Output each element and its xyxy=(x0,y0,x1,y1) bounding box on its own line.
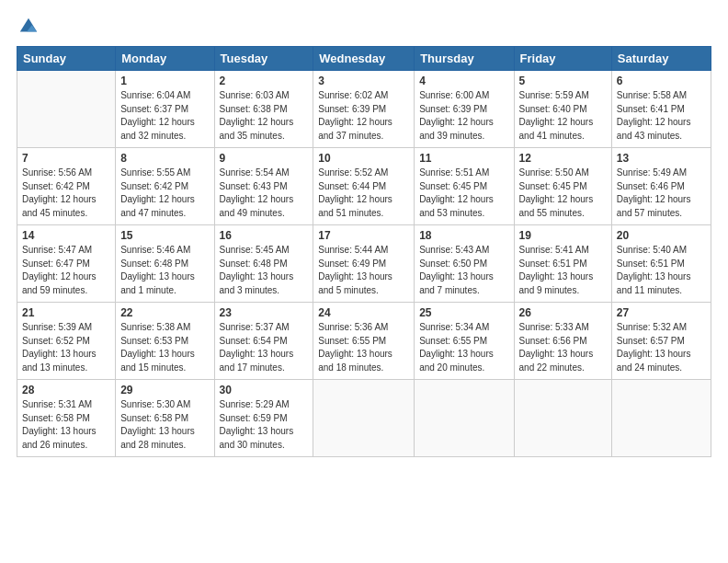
day-info: Sunrise: 5:50 AMSunset: 6:45 PMDaylight:… xyxy=(519,167,607,220)
day-cell-13: 13Sunrise: 5:49 AMSunset: 6:46 PMDayligh… xyxy=(611,148,711,225)
day-number: 3 xyxy=(318,75,409,87)
weekday-header-monday: Monday xyxy=(116,47,214,71)
day-number: 27 xyxy=(617,306,706,319)
day-number: 24 xyxy=(318,306,409,319)
day-cell-11: 11Sunrise: 5:51 AMSunset: 6:45 PMDayligh… xyxy=(415,148,514,225)
day-cell-19: 19Sunrise: 5:41 AMSunset: 6:51 PMDayligh… xyxy=(514,225,611,303)
page-header xyxy=(17,17,711,37)
day-cell-17: 17Sunrise: 5:44 AMSunset: 6:49 PMDayligh… xyxy=(313,225,415,303)
day-number: 18 xyxy=(419,229,508,242)
day-cell-3: 3Sunrise: 6:02 AMSunset: 6:39 PMDaylight… xyxy=(313,71,415,148)
day-number: 9 xyxy=(220,152,309,165)
day-number: 15 xyxy=(120,229,209,242)
day-info: Sunrise: 5:49 AMSunset: 6:46 PMDaylight:… xyxy=(617,167,706,220)
day-number: 12 xyxy=(519,152,607,165)
weekday-header-wednesday: Wednesday xyxy=(313,47,415,71)
day-cell-empty-5 xyxy=(514,380,611,457)
day-info: Sunrise: 5:33 AMSunset: 6:56 PMDaylight:… xyxy=(519,321,607,374)
day-number: 2 xyxy=(220,75,309,87)
weekday-header-saturday: Saturday xyxy=(611,47,711,71)
day-info: Sunrise: 5:45 AMSunset: 6:48 PMDaylight:… xyxy=(220,244,309,297)
weekday-header-thursday: Thursday xyxy=(415,47,514,71)
day-info: Sunrise: 5:34 AMSunset: 6:55 PMDaylight:… xyxy=(419,321,508,374)
day-number: 13 xyxy=(617,152,706,165)
day-number: 28 xyxy=(22,384,110,396)
day-cell-1: 1Sunrise: 6:04 AMSunset: 6:37 PMDaylight… xyxy=(116,71,214,148)
day-cell-29: 29Sunrise: 5:30 AMSunset: 6:58 PMDayligh… xyxy=(116,380,214,457)
day-info: Sunrise: 6:02 AMSunset: 6:39 PMDaylight:… xyxy=(318,89,409,143)
day-info: Sunrise: 5:41 AMSunset: 6:51 PMDaylight:… xyxy=(519,244,607,297)
day-info: Sunrise: 5:59 AMSunset: 6:40 PMDaylight:… xyxy=(519,89,607,143)
day-cell-6: 6Sunrise: 5:58 AMSunset: 6:41 PMDaylight… xyxy=(611,71,711,148)
day-number: 11 xyxy=(419,152,508,165)
day-number: 7 xyxy=(22,152,110,165)
day-number: 1 xyxy=(120,75,209,87)
day-cell-24: 24Sunrise: 5:36 AMSunset: 6:55 PMDayligh… xyxy=(313,303,415,380)
weekday-header-sunday: Sunday xyxy=(17,47,116,71)
day-info: Sunrise: 5:58 AMSunset: 6:41 PMDaylight:… xyxy=(617,89,706,143)
weekday-header-row: SundayMondayTuesdayWednesdayThursdayFrid… xyxy=(17,47,711,71)
day-info: Sunrise: 5:37 AMSunset: 6:54 PMDaylight:… xyxy=(220,321,309,374)
day-info: Sunrise: 5:39 AMSunset: 6:52 PMDaylight:… xyxy=(22,321,110,374)
day-cell-7: 7Sunrise: 5:56 AMSunset: 6:42 PMDaylight… xyxy=(17,148,116,225)
day-info: Sunrise: 6:00 AMSunset: 6:39 PMDaylight:… xyxy=(419,89,508,143)
day-cell-5: 5Sunrise: 5:59 AMSunset: 6:40 PMDaylight… xyxy=(514,71,611,148)
day-cell-28: 28Sunrise: 5:31 AMSunset: 6:58 PMDayligh… xyxy=(17,380,116,457)
day-info: Sunrise: 5:31 AMSunset: 6:58 PMDaylight:… xyxy=(22,398,110,452)
calendar-table: SundayMondayTuesdayWednesdayThursdayFrid… xyxy=(17,46,711,457)
day-number: 20 xyxy=(617,229,706,242)
week-row-4: 21Sunrise: 5:39 AMSunset: 6:52 PMDayligh… xyxy=(17,303,711,380)
day-cell-27: 27Sunrise: 5:32 AMSunset: 6:57 PMDayligh… xyxy=(611,303,711,380)
day-number: 25 xyxy=(419,306,508,319)
day-number: 17 xyxy=(318,229,409,242)
day-cell-26: 26Sunrise: 5:33 AMSunset: 6:56 PMDayligh… xyxy=(514,303,611,380)
day-info: Sunrise: 5:55 AMSunset: 6:42 PMDaylight:… xyxy=(120,167,209,220)
day-cell-12: 12Sunrise: 5:50 AMSunset: 6:45 PMDayligh… xyxy=(514,148,611,225)
day-info: Sunrise: 5:43 AMSunset: 6:50 PMDaylight:… xyxy=(419,244,508,297)
day-info: Sunrise: 5:46 AMSunset: 6:48 PMDaylight:… xyxy=(120,244,209,297)
day-info: Sunrise: 5:29 AMSunset: 6:59 PMDaylight:… xyxy=(220,398,309,452)
day-info: Sunrise: 5:56 AMSunset: 6:42 PMDaylight:… xyxy=(22,167,110,220)
day-cell-18: 18Sunrise: 5:43 AMSunset: 6:50 PMDayligh… xyxy=(415,225,514,303)
logo-icon xyxy=(18,17,39,37)
day-cell-empty-0 xyxy=(17,71,116,148)
day-info: Sunrise: 5:38 AMSunset: 6:53 PMDaylight:… xyxy=(120,321,209,374)
day-cell-empty-3 xyxy=(313,380,415,457)
day-cell-8: 8Sunrise: 5:55 AMSunset: 6:42 PMDaylight… xyxy=(116,148,214,225)
day-number: 10 xyxy=(318,152,409,165)
day-info: Sunrise: 5:44 AMSunset: 6:49 PMDaylight:… xyxy=(318,244,409,297)
day-info: Sunrise: 5:40 AMSunset: 6:51 PMDaylight:… xyxy=(617,244,706,297)
day-cell-23: 23Sunrise: 5:37 AMSunset: 6:54 PMDayligh… xyxy=(214,303,313,380)
day-cell-empty-4 xyxy=(415,380,514,457)
day-info: Sunrise: 6:03 AMSunset: 6:38 PMDaylight:… xyxy=(220,89,309,143)
day-number: 16 xyxy=(220,229,309,242)
day-number: 14 xyxy=(22,229,110,242)
day-cell-21: 21Sunrise: 5:39 AMSunset: 6:52 PMDayligh… xyxy=(17,303,116,380)
week-row-2: 7Sunrise: 5:56 AMSunset: 6:42 PMDaylight… xyxy=(17,148,711,225)
day-cell-10: 10Sunrise: 5:52 AMSunset: 6:44 PMDayligh… xyxy=(313,148,415,225)
day-number: 6 xyxy=(617,75,706,87)
day-number: 5 xyxy=(519,75,607,87)
week-row-1: 1Sunrise: 6:04 AMSunset: 6:37 PMDaylight… xyxy=(17,71,711,148)
day-cell-30: 30Sunrise: 5:29 AMSunset: 6:59 PMDayligh… xyxy=(214,380,313,457)
day-cell-empty-6 xyxy=(611,380,711,457)
day-info: Sunrise: 5:52 AMSunset: 6:44 PMDaylight:… xyxy=(318,167,409,220)
day-number: 8 xyxy=(120,152,209,165)
day-cell-22: 22Sunrise: 5:38 AMSunset: 6:53 PMDayligh… xyxy=(116,303,214,380)
day-info: Sunrise: 5:32 AMSunset: 6:57 PMDaylight:… xyxy=(617,321,706,374)
day-cell-15: 15Sunrise: 5:46 AMSunset: 6:48 PMDayligh… xyxy=(116,225,214,303)
weekday-header-tuesday: Tuesday xyxy=(214,47,313,71)
day-info: Sunrise: 5:30 AMSunset: 6:58 PMDaylight:… xyxy=(120,398,209,452)
day-cell-20: 20Sunrise: 5:40 AMSunset: 6:51 PMDayligh… xyxy=(611,225,711,303)
logo xyxy=(17,17,39,37)
day-number: 23 xyxy=(220,306,309,319)
day-info: Sunrise: 5:36 AMSunset: 6:55 PMDaylight:… xyxy=(318,321,409,374)
day-cell-16: 16Sunrise: 5:45 AMSunset: 6:48 PMDayligh… xyxy=(214,225,313,303)
day-info: Sunrise: 6:04 AMSunset: 6:37 PMDaylight:… xyxy=(120,89,209,143)
day-number: 26 xyxy=(519,306,607,319)
week-row-5: 28Sunrise: 5:31 AMSunset: 6:58 PMDayligh… xyxy=(17,380,711,457)
day-info: Sunrise: 5:54 AMSunset: 6:43 PMDaylight:… xyxy=(220,167,309,220)
day-info: Sunrise: 5:47 AMSunset: 6:47 PMDaylight:… xyxy=(22,244,110,297)
day-number: 22 xyxy=(120,306,209,319)
week-row-3: 14Sunrise: 5:47 AMSunset: 6:47 PMDayligh… xyxy=(17,225,711,303)
